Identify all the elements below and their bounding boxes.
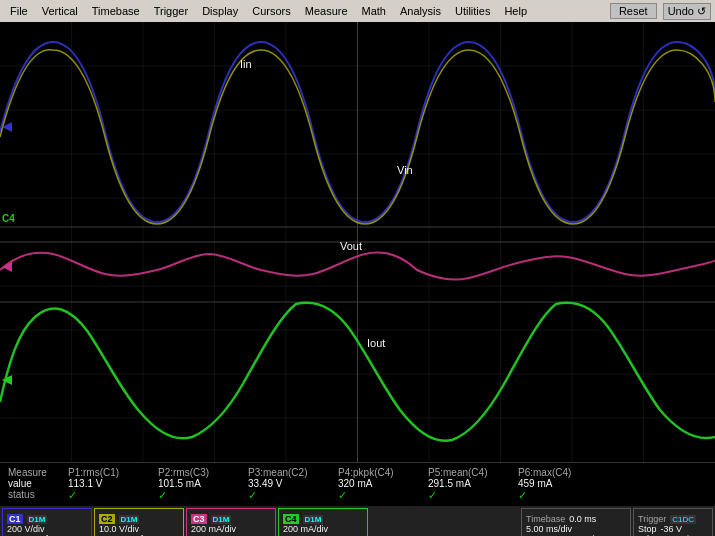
trigger-type: C1DC (670, 515, 696, 524)
svg-text:Vin: Vin (397, 164, 413, 176)
ch1-coupling: D1M (27, 515, 48, 524)
meas-p3-chk: ✓ (248, 489, 257, 501)
trigger-level: -36 V (661, 524, 683, 534)
meas-p6-status: ✓ (514, 489, 604, 502)
menu-utilities[interactable]: Utilities (449, 3, 496, 19)
meas-row1-label: value (4, 478, 64, 489)
trigger-block[interactable]: Trigger C1DC Stop -36 V Edge Negative (633, 508, 713, 536)
meas-p4-chk: ✓ (338, 489, 347, 501)
ch4-label: C4 D1M (283, 514, 363, 524)
ch2-vdiv: 10.0 V/div (99, 524, 179, 534)
meas-header-label: Measure (8, 467, 47, 478)
svg-text:C4: C4 (2, 213, 15, 224)
meas-p2-header: P2:rms(C3) (154, 467, 244, 478)
meas-p3-value: 33.49 V (244, 478, 334, 489)
meas-p1-value: 113.1 V (64, 478, 154, 489)
meas-p3-label: P3:mean(C2) (248, 467, 307, 478)
trigger-header: Trigger C1DC (638, 514, 708, 524)
timebase-delay: 0.0 ms (569, 514, 596, 524)
meas-p5-label: P5:mean(C4) (428, 467, 487, 478)
meas-p4-header: P4:pkpk(C4) (334, 467, 424, 478)
meas-p1-header: P1:rms(C1) (64, 467, 154, 478)
ch1-label: C1 D1M (7, 514, 87, 524)
menu-analysis[interactable]: Analysis (394, 3, 447, 19)
meas-status-row: status ✓ ✓ ✓ ✓ ✓ ✓ (4, 489, 711, 502)
ch2-label: C2 D1M (99, 514, 179, 524)
trigger-title: Trigger (638, 514, 666, 524)
ch1-block[interactable]: C1 D1M 200 V/div 400.0 V ofst (2, 508, 92, 536)
meas-value-row: value 113.1 V 101.5 mA 33.49 V 320 mA 29… (4, 478, 711, 489)
meas-row2-label: status (4, 489, 64, 502)
meas-p1-chk: ✓ (68, 489, 77, 501)
meas-p4-label: P4:pkpk(C4) (338, 467, 394, 478)
menu-timebase[interactable]: Timebase (86, 3, 146, 19)
meas-p2-label: P2:rms(C3) (158, 467, 209, 478)
meas-p6-header: P6:max(C4) (514, 467, 604, 478)
meas-p5-value: 291.5 mA (424, 478, 514, 489)
meas-p3-status: ✓ (244, 489, 334, 502)
svg-text:Iin: Iin (240, 58, 252, 70)
menu-bar: File Vertical Timebase Trigger Display C… (0, 0, 715, 22)
menu-measure[interactable]: Measure (299, 3, 354, 19)
ch2-block[interactable]: C2 D1M 10.0 V/div -40.00 V ofst (94, 508, 184, 536)
meas-p5-header: P5:mean(C4) (424, 467, 514, 478)
timebase-header: Timebase 0.0 ms (526, 514, 626, 524)
meas-p1-label: P1:rms(C1) (68, 467, 119, 478)
timebase-title: Timebase (526, 514, 565, 524)
undo-button[interactable]: Undo ↺ (663, 3, 711, 20)
channel-settings-bar: C1 D1M 200 V/div 400.0 V ofst C2 D1M 10.… (0, 506, 715, 536)
ch3-label: C3 D1M (191, 514, 271, 524)
meas-p2-val: 101.5 mA (158, 478, 201, 489)
waveform-display: Iin Vin Vout Iout C4 (0, 22, 715, 462)
trigger-state-row: Stop -36 V (638, 524, 708, 534)
meas-value-label: value (8, 478, 32, 489)
meas-p2-value: 101.5 mA (154, 478, 244, 489)
menu-cursors[interactable]: Cursors (246, 3, 297, 19)
undo-icon: ↺ (697, 5, 706, 17)
meas-p3-header: P3:mean(C2) (244, 467, 334, 478)
menu-help[interactable]: Help (498, 3, 533, 19)
ch3-block[interactable]: C3 D1M 200 mA/div 400.0 mA (186, 508, 276, 536)
meas-p3-val: 33.49 V (248, 478, 282, 489)
meas-header-row: Measure P1:rms(C1) P2:rms(C3) P3:mean(C2… (4, 467, 711, 478)
ch4-vdiv: 200 mA/div (283, 524, 363, 534)
ch1-badge: C1 (7, 514, 23, 524)
menu-vertical[interactable]: Vertical (36, 3, 84, 19)
meas-p5-val: 291.5 mA (428, 478, 471, 489)
ch3-vdiv: 200 mA/div (191, 524, 271, 534)
svg-text:Iout: Iout (367, 337, 385, 349)
meas-p5-status: ✓ (424, 489, 514, 502)
measurement-area: Measure P1:rms(C1) P2:rms(C3) P3:mean(C2… (0, 462, 715, 506)
menu-display[interactable]: Display (196, 3, 244, 19)
ch3-badge: C3 (191, 514, 207, 524)
meas-status-label: status (8, 489, 35, 500)
ch2-coupling: D1M (119, 515, 140, 524)
menu-trigger[interactable]: Trigger (148, 3, 194, 19)
undo-label: Undo (668, 5, 694, 17)
meas-p6-chk: ✓ (518, 489, 527, 501)
meas-p1-status: ✓ (64, 489, 154, 502)
meas-p6-val: 459 mA (518, 478, 552, 489)
scope-screen: Iin Vin Vout Iout C4 (0, 22, 715, 462)
ch4-badge: C4 (283, 514, 299, 524)
ch4-coupling: D1M (303, 515, 324, 524)
meas-p4-val: 320 mA (338, 478, 372, 489)
menu-math[interactable]: Math (356, 3, 392, 19)
trigger-state: Stop (638, 524, 657, 534)
meas-p1-val: 113.1 V (68, 478, 102, 489)
reset-button[interactable]: Reset (610, 3, 657, 19)
meas-p2-status: ✓ (154, 489, 244, 502)
timebase-tdiv: 5.00 ms/div (526, 524, 626, 534)
meas-p6-label: P6:max(C4) (518, 467, 571, 478)
meas-p2-chk: ✓ (158, 489, 167, 501)
svg-text:Vout: Vout (340, 240, 362, 252)
meas-p6-value: 459 mA (514, 478, 604, 489)
ch2-badge: C2 (99, 514, 115, 524)
meas-p5-chk: ✓ (428, 489, 437, 501)
meas-title-col: Measure (4, 467, 64, 478)
ch1-vdiv: 200 V/div (7, 524, 87, 534)
timebase-block[interactable]: Timebase 0.0 ms 5.00 ms/div 1.00 MS 20 M… (521, 508, 631, 536)
ch4-block[interactable]: C4 D1M 200 mA/div -800.0 mA (278, 508, 368, 536)
meas-p4-value: 320 mA (334, 478, 424, 489)
menu-file[interactable]: File (4, 3, 34, 19)
